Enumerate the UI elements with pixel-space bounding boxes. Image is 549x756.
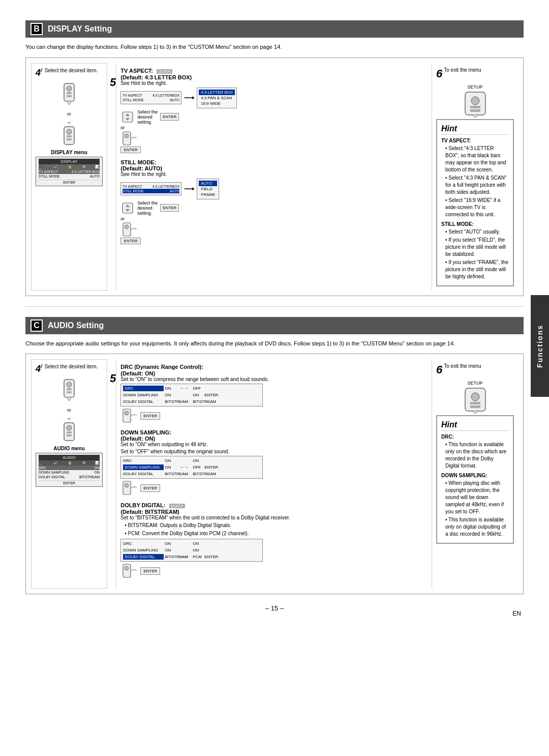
audio-menu-row1: DRCON — [39, 466, 100, 470]
display-section-title: DISPLAY Setting — [48, 24, 112, 34]
display-diagram: 4/ Select the desired item. or — [25, 57, 524, 296]
display-menu-label: DISPLAY menu — [36, 150, 103, 155]
dolby-digital-hand — [120, 563, 138, 578]
tv-aspect-hand-enter — [120, 131, 138, 146]
audio-menu-label: AUDIO menu — [36, 446, 103, 451]
audio-step4-number: 4/ — [36, 364, 42, 374]
display-hint-title: Hint — [441, 124, 509, 135]
svg-point-5 — [67, 129, 72, 134]
display-step6-label: To exit the menu — [444, 67, 481, 73]
svg-point-35 — [125, 566, 129, 570]
audio-hint-ds-title: DOWN SAMPLING: — [441, 473, 509, 478]
audio-step4-label: Select the desired item. — [45, 364, 98, 369]
down-sampling-setting: DOWN SAMPLING: (Default: ON) Set to "ON"… — [120, 429, 428, 496]
svg-point-27 — [67, 425, 72, 430]
audio-section-title: AUDIO Setting — [48, 321, 104, 330]
tv-aspect-setting: TV ASPECT: QUICK (Default: 4:3 LETTER BO… — [120, 67, 428, 153]
svg-point-19 — [471, 97, 479, 105]
audio-menu-row2: DOWN SAMPLINGON — [39, 470, 100, 475]
still-mode-remote-enter — [120, 222, 428, 237]
display-hint-box: Hint TV ASPECT: Select "4:3 LETTER BOX",… — [436, 119, 514, 286]
still-mode-enter: ENTER — [160, 204, 179, 212]
display-hint-still-title: STILL MODE: — [441, 221, 509, 227]
display-menu-title: DISPLAY — [39, 159, 100, 164]
display-setup-container: SETUP — [436, 84, 514, 119]
tv-aspect-select-row: Select thedesiredsetting. ENTER — [120, 109, 428, 125]
audio-hint-drc-title: DRC: — [441, 434, 509, 440]
audio-step6: 6 To exit the menu SETUP Hint — [432, 359, 518, 589]
audio-section-header: C AUDIO Setting — [25, 317, 524, 334]
display-hint-still-b2: If you select "FIELD", the picture in th… — [441, 237, 509, 258]
tv-aspect-menu: TV ASPECT4:3 LETTERBOX STILL MODEAUTO — [120, 91, 181, 104]
display-menu-row1: TV ASPECT4:3 LETTER BOX — [39, 169, 100, 174]
functions-tab: Functions — [531, 295, 549, 397]
display-section-header: B DISPLAY Setting — [25, 20, 524, 38]
dolby-digital-setting: DOLBY DIGITAL: QUICK (Default: BITSTREAM… — [120, 502, 428, 578]
en-label: EN — [512, 610, 521, 617]
svg-point-1 — [67, 86, 72, 91]
audio-or-label: or — [36, 408, 103, 413]
still-mode-hand-enter — [120, 222, 138, 237]
svg-rect-39 — [470, 405, 480, 408]
audio-hint-ds-b1: When playing disc with copyright protect… — [441, 480, 509, 515]
tv-aspect-select-text: Select thedesiredsetting. — [137, 109, 158, 125]
audio-setup-remote — [460, 386, 491, 414]
dolby-digital-table: DRC ON ON DOWN SAMPLING ON ON — [120, 539, 263, 562]
audio-setup-label: SETUP — [436, 381, 514, 386]
page-number: – 15 – — [25, 604, 524, 612]
tv-aspect-choices: 4:3 LETTER BOX 4:3 PAN & SCAN 16:9 WIDE — [197, 88, 237, 108]
display-step4-number: 4/ — [36, 68, 42, 78]
down-sampling-enter-row: ENTER — [120, 480, 428, 496]
tv-aspect-enter: ENTER — [160, 113, 179, 121]
drc-table: DRC ON ←→ OFF DOWN SAMPLING ON ON — [120, 384, 263, 406]
drc-setting: DRC (Dynamic Range Control): (Default: O… — [120, 363, 428, 423]
svg-rect-21 — [470, 109, 480, 112]
tv-aspect-or: or — [120, 125, 428, 130]
display-letter: B — [30, 23, 43, 35]
display-intro: You can change the display functions. Fo… — [25, 43, 524, 51]
down-sampling-desc2: Set to "OFF" when outputting the origina… — [120, 449, 428, 454]
still-mode-menu: TV ASPECT4:3 LETTERBOX STILL MODEAUTO — [120, 182, 181, 195]
svg-point-12 — [125, 134, 129, 138]
svg-point-33 — [125, 483, 129, 487]
audio-hint-box: Hint DRC: This function is available onl… — [436, 415, 514, 544]
tv-aspect-badge: QUICK — [157, 69, 172, 74]
svg-rect-24 — [67, 388, 72, 390]
drc-enter-row: ENTER — [120, 408, 428, 423]
audio-remote-up — [56, 377, 82, 405]
tv-aspect-default: (Default: 4:3 LETTER BOX) — [120, 74, 428, 80]
audio-step4: 4/ Select the desired item. or — [31, 359, 107, 589]
display-step5-number-area: 5 — [107, 63, 116, 290]
display-hint-tv-b2: Select "4:3 PAN & SCAN" for a full heigh… — [441, 175, 509, 196]
dolby-digital-name: DOLBY DIGITAL: — [120, 502, 167, 508]
still-mode-name: STILL MODE: — [120, 159, 428, 165]
still-mode-arrow: ⟶ — [184, 185, 194, 193]
svg-point-17 — [125, 225, 129, 229]
down-sampling-name: DOWN SAMPLING: — [120, 429, 428, 435]
still-mode-choices: AUTO FIELD FRAME — [197, 179, 219, 199]
down-sampling-desc1: Set to "ON" when outputting in 48 kHz. — [120, 442, 428, 447]
down-sampling-table: DRC ON ON DOWN SAMPLING ON ←→ OFF — [120, 456, 263, 479]
display-menu-screen: DISPLAY 📺 🔊 🔒 ⚙ 📝 TV ASPECT4:3 LETTER BO… — [36, 157, 103, 186]
dolby-digital-default: (Default: BITSTREAM) — [120, 509, 428, 515]
audio-hint-title: Hint — [441, 420, 509, 431]
drc-enter-btn: ENTER — [140, 412, 160, 420]
still-mode-setting: STILL MODE: (Default: AUTO) See Hint to … — [120, 159, 428, 244]
tv-aspect-enter2: ENTER — [120, 147, 141, 153]
svg-point-23 — [67, 382, 72, 387]
display-setup-label: SETUP — [436, 84, 514, 90]
audio-hint-ds-b2: This function is available only on digit… — [441, 516, 509, 538]
display-hint-tv-b3: Select "16:9 WIDE" if a wide-screen TV i… — [441, 197, 509, 218]
display-step5: TV ASPECT: QUICK (Default: 4:3 LETTER BO… — [116, 63, 432, 290]
display-remote-down — [56, 119, 82, 147]
tv-aspect-name: TV ASPECT: — [120, 68, 155, 74]
svg-rect-7 — [67, 138, 72, 140]
audio-menu-screen: AUDIO 📺 🔊 🔒 ⚙ 📝 DRCON DOWN SAMPLINGON — [36, 453, 103, 487]
tv-aspect-arrow: ⟶ — [184, 94, 194, 102]
display-step5-num: 5 — [110, 76, 116, 89]
audio-intro: Choose the appropriate audio settings fo… — [25, 339, 524, 348]
down-sampling-hand — [120, 480, 138, 496]
audio-diagram: 4/ Select the desired item. or — [25, 354, 524, 594]
down-sampling-enter-btn: ENTER — [140, 484, 160, 492]
audio-step6-label: To exit the menu — [444, 363, 481, 369]
